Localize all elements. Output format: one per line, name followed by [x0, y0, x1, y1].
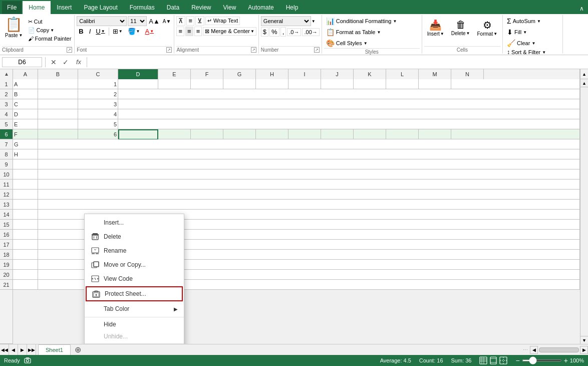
page-break-view-button[interactable] [499, 356, 507, 364]
tab-page-layout[interactable]: Page Layout [78, 1, 123, 14]
function-wizard-button[interactable]: fx [73, 58, 85, 66]
tab-insert[interactable]: Insert [51, 1, 78, 14]
cell-A1[interactable]: A [13, 79, 38, 89]
cell-I1[interactable] [288, 79, 321, 89]
row-header-13[interactable]: 13 [0, 200, 13, 210]
cell-L6[interactable] [386, 129, 419, 139]
col-header-F[interactable]: F [191, 69, 223, 79]
cell-C1[interactable]: 1 [78, 79, 118, 89]
row-header-10[interactable]: 10 [0, 169, 13, 179]
cell-E1[interactable] [158, 79, 191, 89]
cell-B2[interactable] [38, 89, 78, 99]
ribbon-collapse-btn[interactable]: ∧ [575, 3, 588, 14]
alignment-expand-icon[interactable]: ↗ [251, 47, 256, 53]
normal-view-button[interactable] [479, 356, 487, 364]
col-header-J[interactable]: J [321, 69, 354, 79]
cell-F6[interactable] [191, 129, 223, 139]
cell-B1[interactable] [38, 79, 78, 89]
row-header-6[interactable]: 6 [0, 129, 13, 139]
paste-button[interactable]: 📋 Paste▼ [2, 16, 26, 39]
formula-input[interactable] [89, 58, 586, 67]
cell-B4[interactable] [38, 109, 78, 119]
cell-L1[interactable] [386, 79, 419, 89]
tab-file[interactable]: File [2, 1, 22, 14]
cell-C4[interactable]: 4 [78, 109, 118, 119]
ctx-item-rename[interactable]: Rename [85, 244, 184, 258]
font-expand-icon[interactable]: ↗ [166, 47, 172, 53]
col-header-G[interactable]: G [223, 69, 256, 79]
font-color-button[interactable]: A ▼ [143, 28, 155, 35]
tab-home[interactable]: Home [23, 1, 51, 14]
cell-G1[interactable] [223, 79, 256, 89]
scroll-right-button[interactable]: ▶▶ [27, 344, 36, 355]
increase-decimal-button[interactable]: .0→ [287, 28, 301, 36]
cell-H1[interactable] [256, 79, 288, 89]
page-layout-view-button[interactable] [489, 356, 497, 364]
vertical-scrollbar-btn[interactable]: ▲ [580, 69, 588, 79]
ctx-item-move-copy[interactable]: Move or Copy... [85, 258, 184, 272]
row-header-7[interactable]: 7 [0, 139, 13, 149]
cell-J6[interactable] [321, 129, 354, 139]
row-header-14[interactable]: 14 [0, 210, 13, 220]
col-header-K[interactable]: K [354, 69, 386, 79]
decrease-decimal-button[interactable]: .00→ [302, 28, 319, 36]
tab-help[interactable]: Help [280, 1, 305, 14]
confirm-formula-button[interactable]: ✓ [61, 58, 71, 66]
row-header-1[interactable]: 1 [0, 79, 13, 89]
tab-data[interactable]: Data [161, 1, 185, 14]
h-scroll-right-btn[interactable]: ▶ [580, 346, 588, 354]
cell-M1[interactable] [419, 79, 451, 89]
row-header-19[interactable]: 19 [0, 260, 13, 270]
cell-F1[interactable] [191, 79, 223, 89]
conditional-formatting-button[interactable]: 📊 Conditional Formatting ▼ [324, 16, 420, 26]
fill-color-button[interactable]: 🪣 ▼ [126, 28, 142, 35]
format-as-table-button[interactable]: 📋 Format as Table ▼ [324, 27, 420, 37]
row-header-18[interactable]: 18 [0, 250, 13, 260]
align-center-button[interactable]: ≡ [185, 27, 193, 36]
cell-A8[interactable]: H [13, 149, 38, 159]
merge-center-button[interactable]: ⊠ Merge & Center ▼ [203, 27, 256, 36]
number-expand-icon[interactable]: ↗ [314, 47, 320, 53]
col-header-I[interactable]: I [288, 69, 321, 79]
zoom-increase-button[interactable]: + [564, 356, 568, 364]
cell-E6[interactable] [158, 129, 191, 139]
cell-B6[interactable] [38, 129, 78, 139]
number-format-select[interactable]: General [261, 16, 311, 26]
cell-B5[interactable] [38, 119, 78, 129]
italic-button[interactable]: I [88, 28, 93, 35]
cell-A5[interactable]: E [13, 119, 38, 129]
select-all-button[interactable] [0, 69, 13, 79]
row-header-9[interactable]: 9 [0, 159, 13, 169]
delete-cells-button[interactable]: 🗑 Delete ▼ [448, 18, 473, 37]
cell-K1[interactable] [354, 79, 386, 89]
ctx-item-view-code[interactable]: View Code [85, 272, 184, 286]
h-scroll-left-btn[interactable]: ◀ [530, 346, 538, 354]
scroll-left-one-button[interactable]: ◀ [9, 344, 18, 355]
tab-automate[interactable]: Automate [242, 1, 279, 14]
tab-formulas[interactable]: Formulas [124, 1, 161, 14]
col-header-B[interactable]: B [38, 69, 78, 79]
row-header-4[interactable]: 4 [0, 109, 13, 119]
cell-D1[interactable] [118, 79, 158, 89]
wrap-text-button[interactable]: ↵ Wrap Text [205, 17, 240, 25]
cell-M6[interactable] [419, 129, 451, 139]
cut-button[interactable]: ✂ Cut [27, 18, 73, 26]
font-size-select[interactable]: 11 [128, 16, 147, 26]
currency-button[interactable]: $ [261, 27, 268, 37]
increase-font-button[interactable]: A▲ [148, 18, 161, 25]
underline-button[interactable]: U ▼ [94, 28, 106, 35]
cell-styles-button[interactable]: 🎨 Cell Styles ▼ [324, 38, 420, 48]
autosum-button[interactable]: Σ AutoSum ▼ [505, 16, 560, 26]
name-box[interactable] [2, 57, 42, 67]
cell-A2[interactable]: B [13, 89, 38, 99]
row-header-5[interactable]: 5 [0, 119, 13, 129]
cell-H6[interactable] [256, 129, 288, 139]
sort-filter-button[interactable]: ↕ Sort & Filter ▼ [505, 48, 560, 55]
col-header-A[interactable]: A [13, 69, 38, 79]
align-right-button[interactable]: ≡ [194, 27, 202, 36]
format-painter-button[interactable]: 🖌 Format Painter [27, 35, 73, 42]
tab-review[interactable]: Review [185, 1, 217, 14]
cell-C5[interactable]: 5 [78, 119, 118, 129]
clear-button[interactable]: 🧹 Clear ▼ [505, 38, 560, 48]
align-top-button[interactable]: ⊼ [176, 16, 185, 26]
